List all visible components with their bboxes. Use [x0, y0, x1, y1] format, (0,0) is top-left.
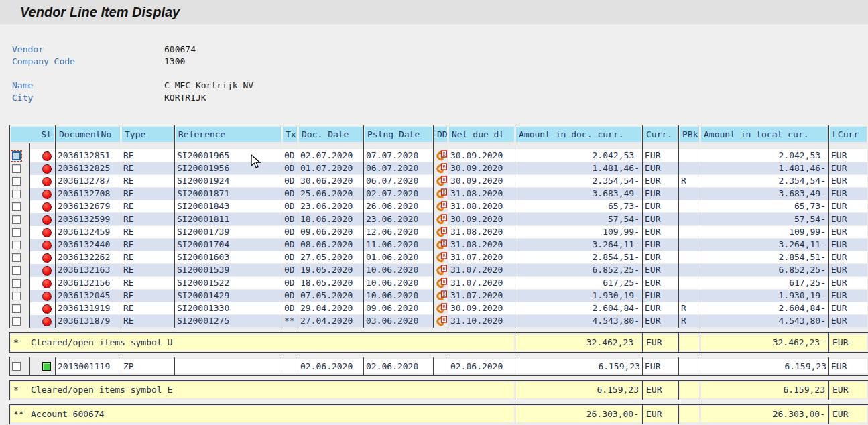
recurring-entry-icon[interactable]: B [435, 163, 447, 174]
reference-cell[interactable]: SI20001522 [175, 277, 282, 289]
recurring-entry-icon[interactable]: B [435, 290, 447, 302]
doc-date-cell[interactable]: 09.06.2020 [298, 226, 363, 238]
table-row[interactable]: 2036132708 RE SI20001871 0D 25.06.2020 0… [10, 188, 868, 200]
amount-local-curr-cell[interactable]: 4.543,80- [700, 315, 828, 327]
local-currency-cell[interactable]: EUR [829, 277, 867, 289]
tx-cell[interactable]: 0D [282, 251, 298, 263]
col-header-dd[interactable]: DD [434, 125, 448, 143]
type-cell[interactable]: RE [121, 315, 174, 327]
amount-local-curr-cell[interactable]: 1.481,46- [700, 162, 828, 174]
local-currency-cell[interactable]: EUR [829, 188, 867, 200]
pbk-cell[interactable] [679, 239, 700, 251]
pbk-cell[interactable]: R [679, 302, 700, 314]
amount-doc-curr-cell[interactable]: 1.481,46- [515, 162, 642, 174]
status-open-icon[interactable] [42, 266, 52, 276]
col-header-type[interactable]: Type [121, 125, 175, 143]
status-open-icon[interactable] [42, 253, 52, 263]
local-currency-cell[interactable]: EUR [829, 175, 867, 187]
local-currency-cell[interactable]: EUR [829, 264, 867, 276]
currency-cell[interactable]: EUR [643, 149, 678, 162]
doc-date-cell[interactable]: 02.07.2020 [298, 149, 363, 162]
currency-cell[interactable]: EUR [643, 226, 678, 238]
local-currency-cell[interactable]: EUR [829, 315, 867, 327]
pstng-date-cell[interactable]: 11.06.2020 [364, 239, 433, 251]
reference-cell[interactable]: SI20001704 [175, 239, 282, 251]
pbk-cell[interactable] [679, 226, 700, 238]
reference-cell[interactable]: SI20001539 [175, 264, 282, 276]
net-due-cell[interactable]: 31.07.2020 [448, 251, 515, 263]
status-open-icon[interactable] [42, 241, 52, 250]
tx-cell[interactable]: 0D [282, 264, 298, 276]
pstng-date-cell[interactable]: 01.06.2020 [364, 251, 433, 263]
recurring-entry-icon[interactable]: B [435, 252, 447, 263]
documentno-cell[interactable]: 2036132787 [56, 175, 121, 187]
row-checkbox[interactable] [12, 292, 21, 300]
net-due-cell[interactable]: 31.08.2020 [448, 188, 515, 200]
pstng-date-cell[interactable]: 26.06.2020 [364, 200, 433, 213]
amount-local-curr-cell[interactable]: 6.852,25- [700, 264, 828, 276]
local-currency-cell[interactable]: EUR [829, 149, 867, 162]
col-header-documentno[interactable]: DocumentNo [56, 125, 121, 143]
doc-date-cell[interactable]: 19.05.2020 [298, 264, 363, 276]
col-header-pbk[interactable]: PBk [679, 125, 700, 143]
recurring-entry-icon[interactable]: B [435, 265, 447, 276]
col-header-pstng-date[interactable]: Pstng Date [364, 125, 434, 143]
recurring-entry-icon[interactable]: B [435, 214, 447, 225]
status-open-icon[interactable] [42, 190, 52, 199]
amount-doc-curr-cell[interactable]: 2.354,54- [515, 175, 642, 187]
table-row[interactable]: 2036132851 RE SI20001965 0D 02.07.2020 0… [10, 149, 868, 162]
amount-local-curr-cell[interactable]: 3.683,49- [700, 188, 828, 200]
col-header-st[interactable]: St [10, 125, 56, 143]
type-cell[interactable]: RE [121, 277, 174, 289]
currency-cell[interactable]: EUR [643, 239, 678, 251]
type-cell[interactable]: RE [121, 302, 174, 314]
pbk-cell[interactable] [679, 264, 700, 276]
row-checkbox[interactable] [12, 317, 21, 326]
row-checkbox[interactable] [12, 241, 21, 249]
tx-cell[interactable]: 0D [282, 302, 298, 314]
documentno-cell[interactable]: 2036132708 [56, 188, 121, 200]
pstng-date-cell[interactable]: 10.06.2020 [364, 277, 433, 289]
amount-local-curr-cell[interactable]: 65,73- [700, 200, 828, 213]
status-open-icon[interactable] [42, 304, 52, 314]
status-cleared-icon[interactable] [42, 362, 51, 371]
net-due-cell[interactable]: 31.08.2020 [448, 226, 515, 238]
zp-doc-date[interactable]: 02.06.2020 [298, 359, 363, 373]
documentno-cell[interactable]: 2036132851 [56, 149, 121, 162]
tx-cell[interactable]: 0D [282, 277, 298, 289]
pbk-cell[interactable] [679, 188, 700, 200]
pstng-date-cell[interactable]: 12.06.2020 [364, 226, 433, 238]
status-open-icon[interactable] [42, 279, 52, 288]
currency-cell[interactable]: EUR [643, 200, 678, 213]
row-checkbox[interactable] [12, 266, 21, 275]
doc-date-cell[interactable]: 08.06.2020 [298, 239, 363, 251]
table-row[interactable]: 2036132262 RE SI20001603 0D 27.05.2020 0… [10, 251, 868, 264]
net-due-cell[interactable]: 31.08.2020 [448, 200, 515, 213]
tx-cell[interactable]: ** [282, 315, 298, 327]
table-row[interactable]: 2036132163 RE SI20001539 0D 19.05.2020 1… [10, 264, 868, 277]
type-cell[interactable]: RE [121, 213, 174, 225]
local-currency-cell[interactable]: EUR [829, 290, 867, 302]
zp-dd[interactable] [434, 359, 448, 373]
amount-local-curr-cell[interactable]: 109,99- [700, 226, 828, 238]
currency-cell[interactable]: EUR [643, 290, 678, 302]
doc-date-cell[interactable]: 30.06.2020 [298, 175, 363, 187]
zp-documentno[interactable]: 2013001119 [56, 359, 121, 373]
documentno-cell[interactable]: 2036132459 [56, 226, 121, 238]
col-header-amt-doc[interactable]: Amount in doc. curr. [515, 125, 643, 143]
reference-cell[interactable]: SI20001843 [175, 200, 282, 213]
tx-cell[interactable]: 0D [282, 188, 298, 200]
pstng-date-cell[interactable]: 07.07.2020 [364, 149, 433, 162]
recurring-entry-icon[interactable]: B [435, 316, 447, 327]
amount-doc-curr-cell[interactable]: 1.930,19- [515, 290, 642, 302]
currency-cell[interactable]: EUR [643, 162, 678, 174]
cleared-item-row[interactable]: 2013001119 ZP 02.06.2020 02.06.2020 02.0… [9, 357, 868, 376]
col-header-lcurr[interactable]: LCurr [829, 125, 867, 143]
table-row[interactable]: 2036132045 RE SI20001429 0D 07.05.2020 1… [10, 290, 868, 302]
doc-date-cell[interactable]: 27.05.2020 [298, 251, 363, 263]
type-cell[interactable]: RE [121, 264, 174, 276]
currency-cell[interactable]: EUR [643, 302, 678, 314]
zp-tx[interactable] [282, 359, 298, 373]
tx-cell[interactable]: 0D [282, 175, 298, 187]
row-checkbox[interactable] [12, 304, 21, 313]
